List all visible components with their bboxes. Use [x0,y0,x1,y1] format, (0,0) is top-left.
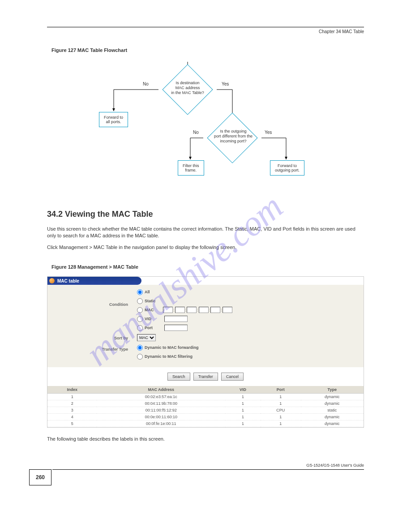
radio-dyn-flt-label: Dynamic to MAC filtering [145,354,193,359]
opt-port[interactable]: Port [137,324,364,332]
radio-all[interactable] [137,289,143,295]
radio-port-label: Port [145,326,163,330]
sortby-select[interactable]: MAC [137,334,156,341]
radio-mac[interactable] [137,307,143,313]
cancel-button[interactable]: Cancel [221,373,244,381]
opt-static[interactable]: Static [137,297,364,305]
cell-index: 1 [47,394,97,400]
button-row: Search Transfer Cancel [47,373,364,381]
following-text: The following table describes the labels… [47,436,364,442]
mac-input-6[interactable] [223,307,232,313]
table-row: 200:04:11:9b:78:0011dynamic [47,400,364,407]
cell-index: 4 [47,414,97,420]
col-mac: MAC Address [97,386,225,394]
chapter-header: Chapter 34 MAC Table [0,29,364,34]
cell-type: dynamic [301,420,364,427]
cell-index: 3 [47,407,97,414]
mac-input-2[interactable] [175,307,185,313]
col-vid: VID [225,386,261,394]
decision-2-text: Is the outgoing port different from the … [214,129,253,143]
radio-vid-label: VID [145,317,163,321]
mac-input-5[interactable] [210,307,220,313]
cell-mac: 00:0f:fe:1e:00:11 [97,420,225,427]
cell-vid: 1 [225,394,261,400]
body-para-2: Click Management > MAC Table in the navi… [47,244,364,251]
decision-1-label: Is destination MAC address in the MAC Ta… [156,81,219,95]
table-row: 400:0e:00:11:60:1011dynamic [47,414,364,420]
search-button[interactable]: Search [167,373,190,381]
row-transfer-type: Transfer Type Dynamic to MAC forwarding … [47,343,364,361]
radio-static-label: Static [145,299,163,303]
no-2-label: No [193,130,199,135]
cell-type: dynamic [301,414,364,420]
config-area: Condition All Static MAC ::::: VID Port … [47,285,364,367]
mac-table: Index MAC Address VID Port Type 100:02:e… [47,386,364,427]
cell-port: 1 [261,400,301,407]
radio-dyn-fwd-label: Dynamic to MAC forwarding [145,345,199,350]
mac-input-1[interactable] [163,307,173,313]
transfer-button[interactable]: Transfer [193,373,218,381]
label-condition: Condition [47,287,137,307]
cell-vid: 1 [225,414,261,420]
header-rule [47,27,364,27]
cell-mac: 00:02:e3:57:ea:1c [97,394,225,400]
yes-2-label: Yes [265,130,272,135]
box-forward-all-text: Forward to all ports. [104,115,123,124]
radio-mac-label: MAC [145,308,163,312]
radio-vid[interactable] [137,316,143,322]
flowchart: Is destination MAC address in the MAC Ta… [89,62,322,192]
cell-index: 2 [47,400,97,407]
opt-all[interactable]: All [137,288,364,296]
box-filter-text: Filter this frame. [183,163,199,172]
radio-all-label: All [145,290,163,294]
col-index: Index [47,386,97,394]
cell-type: static [301,407,364,414]
label-sortby: Sort by [47,334,137,340]
cell-vid: 1 [225,400,261,407]
cell-type: dynamic [301,394,364,400]
cell-vid: 1 [225,420,261,427]
yes-1-label: Yes [222,82,229,86]
col-type: Type [301,386,364,394]
panel-title: MAC table [57,279,79,283]
cell-port: 1 [261,394,301,400]
table-row: 500:0f:fe:1e:00:1111dynamic [47,420,364,427]
radio-port[interactable] [137,325,143,331]
label-transfer-type: Transfer Type [47,343,137,352]
table-row: 300:11:00:f5:12:921CPUstatic [47,407,364,414]
mac-input-4[interactable] [199,307,209,313]
footer: 260 GS-1524/GS-1548 User's Guide [47,469,364,485]
cell-vid: 1 [225,407,261,414]
cell-port: 1 [261,420,301,427]
no-1-label: No [143,82,149,86]
section-heading: 34.2 Viewing the MAC Table [47,210,411,219]
radio-dyn-flt[interactable] [137,354,143,360]
box-forward-out-text: Forward to outgoing port. [275,163,300,172]
decision-2-label: Is the outgoing port different from the … [202,129,265,143]
table-header-row: Index MAC Address VID Port Type [47,386,364,394]
cell-mac: 00:11:00:f5:12:92 [97,407,225,414]
panel-bullet-icon [49,278,55,283]
opt-dyn-flt[interactable]: Dynamic to MAC filtering [137,352,364,360]
table-row: 100:02:e3:57:ea:1c11dynamic [47,394,364,400]
figure-caption-1: Figure 127 MAC Table Flowchart [51,47,411,53]
page-number: 260 [29,469,51,485]
box-filter: Filter this frame. [178,160,204,176]
radio-static[interactable] [137,298,143,304]
opt-vid[interactable]: VID [137,315,364,323]
cell-type: dynamic [301,400,364,407]
mac-input-3[interactable] [187,307,197,313]
cell-mac: 00:0e:00:11:60:10 [97,414,225,420]
vid-input[interactable] [164,316,188,322]
cell-port: CPU [261,407,301,414]
mac-table-screenshot: MAC table Condition All Static MAC :::::… [47,276,364,428]
figure-caption-2: Figure 128 Management > MAC Table [51,264,411,270]
cell-port: 1 [261,414,301,420]
footer-text: GS-1524/GS-1548 User's Guide [306,463,364,468]
opt-dyn-fwd[interactable]: Dynamic to MAC forwarding [137,343,364,352]
opt-mac[interactable]: MAC ::::: [137,306,364,314]
panel-title-bar: MAC table [47,277,141,285]
radio-dyn-fwd[interactable] [137,345,143,351]
row-sortby: Sort by MAC [47,334,364,341]
port-input[interactable] [164,325,188,331]
